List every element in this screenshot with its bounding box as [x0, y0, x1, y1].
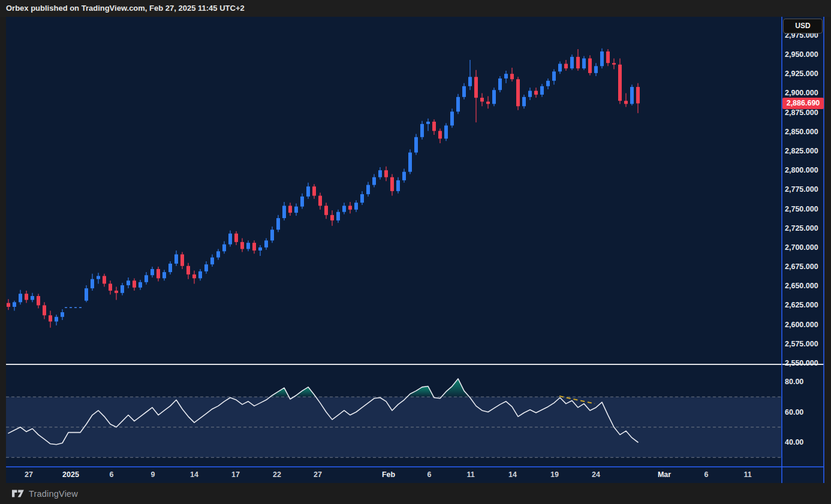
price-tick-label: 2,825.000 [785, 146, 824, 156]
price-axis[interactable]: 2,975.0002,950.0002,925.0002,900.0002,87… [782, 17, 825, 467]
price-tick-label: 2,900.000 [785, 88, 824, 98]
time-tick-label: 17 [222, 469, 249, 481]
time-axis[interactable]: 2720256914172227Feb611141924Mar611 [6, 467, 824, 483]
time-tick-label: 14 [499, 469, 526, 481]
price-tick-label: 2,675.000 [785, 262, 824, 271]
price-tick-label: 2,575.000 [785, 339, 824, 349]
time-tick-label: 11 [734, 469, 761, 481]
time-tick-label: 19 [541, 469, 568, 481]
price-tick-label: 2,775.000 [785, 185, 824, 194]
tradingview-snapshot: Orbex published on TradingView.com, Feb … [0, 0, 831, 504]
tradingview-logo-icon [12, 489, 24, 498]
price-tick-label: 2,700.000 [785, 243, 824, 252]
time-tick-label: 14 [181, 469, 207, 481]
time-tick-label: Mar [651, 469, 678, 481]
rsi-tick-label: 60.00 [785, 408, 824, 417]
price-tick-label: 2,850.000 [785, 127, 824, 137]
last-price-badge: 2,886.690 [782, 98, 824, 109]
price-tick-label: 2,925.000 [785, 69, 824, 79]
price-tick-label: 2,550.000 [785, 358, 824, 368]
price-tick-label: 2,625.000 [785, 300, 824, 310]
time-tick-label: 2025 [58, 469, 84, 481]
price-tick-label: 2,725.000 [785, 224, 824, 233]
time-tick-label: 9 [140, 469, 166, 481]
tradingview-brand: TradingView [29, 489, 78, 499]
time-tick-label: Feb [375, 469, 402, 481]
price-tick-label: 2,800.000 [785, 165, 824, 175]
price-tick-label: 2,600.000 [785, 320, 824, 330]
price-chart-canvas[interactable] [0, 0, 831, 504]
time-tick-label: 6 [98, 469, 125, 481]
time-tick-label: 27 [305, 469, 331, 481]
time-tick-label: 24 [583, 469, 609, 481]
time-tick-label: 6 [416, 469, 442, 481]
price-tick-label: 2,750.000 [785, 204, 824, 214]
footer-bar: TradingView [0, 483, 831, 504]
price-tick-label: 2,650.000 [785, 281, 824, 291]
price-tick-label: 2,950.000 [785, 50, 824, 59]
rsi-tick-label: 80.00 [785, 377, 824, 387]
time-tick-label: 27 [16, 469, 42, 481]
currency-button[interactable]: USD [783, 19, 823, 34]
time-tick-label: 11 [457, 469, 484, 481]
tradingview-link[interactable]: TradingView [0, 489, 78, 499]
time-tick-label: 6 [693, 469, 719, 481]
rsi-tick-label: 40.00 [785, 437, 824, 447]
time-tick-label: 22 [264, 469, 290, 481]
